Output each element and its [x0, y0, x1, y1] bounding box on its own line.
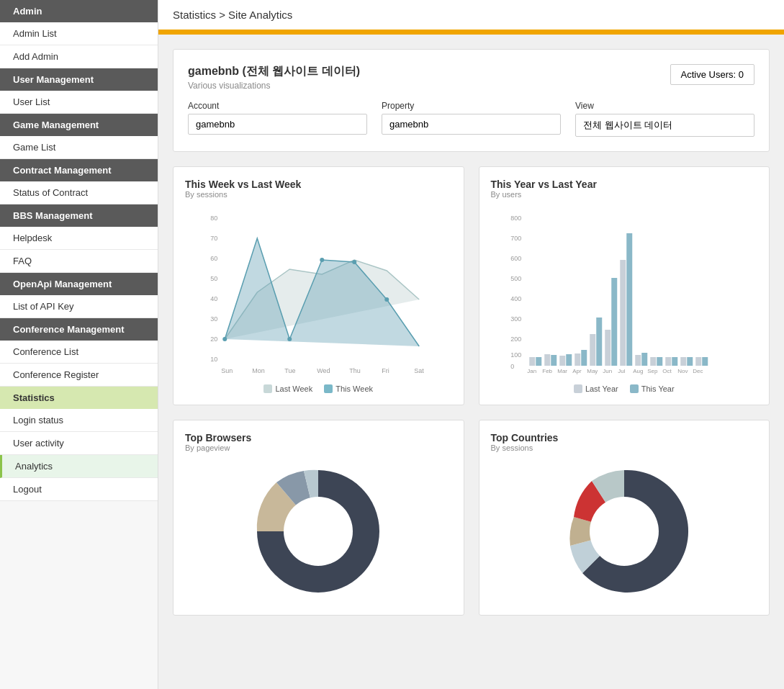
- view-input[interactable]: 전체 웹사이트 데이터: [575, 114, 754, 137]
- donut-charts-row: Top Browsers By pageview: [173, 420, 770, 616]
- svg-text:20: 20: [210, 336, 217, 343]
- account-field-group: Account gamebnb: [188, 101, 367, 137]
- property-input[interactable]: gamebnb: [382, 114, 561, 135]
- svg-text:Mon: Mon: [252, 367, 265, 374]
- svg-rect-45: [566, 354, 572, 366]
- svg-text:700: 700: [510, 235, 521, 242]
- svg-rect-51: [657, 357, 662, 366]
- account-label: Account: [188, 101, 367, 111]
- svg-text:Jul: Jul: [618, 368, 625, 374]
- svg-text:Oct: Oct: [662, 368, 672, 374]
- svg-text:100: 100: [510, 351, 521, 359]
- yearly-chart-legend: Last Year This Year: [491, 384, 758, 393]
- svg-rect-42: [695, 357, 701, 366]
- sidebar-item-conference-register[interactable]: Conference Register: [0, 364, 158, 387]
- sidebar-item-login-status[interactable]: Login status: [0, 409, 158, 432]
- top-countries-title: Top Countries: [491, 432, 758, 443]
- sidebar-header-user-management: User Management: [0, 68, 158, 91]
- page-breadcrumb: Statistics > Site Analytics: [158, 0, 784, 32]
- top-browsers-title: Top Browsers: [185, 432, 452, 443]
- top-browsers-subtitle: By pageview: [185, 443, 452, 452]
- sidebar-item-faq[interactable]: FAQ: [0, 250, 158, 273]
- svg-text:Jan: Jan: [527, 368, 536, 374]
- svg-rect-40: [665, 357, 671, 366]
- top-countries-box: Top Countries By sessions: [479, 420, 770, 616]
- sidebar-item-game-list[interactable]: Game List: [0, 136, 158, 159]
- svg-point-67: [284, 497, 353, 566]
- yearly-chart-svg: 800 700 600 500 400 300 200 100 0: [491, 206, 758, 379]
- svg-text:30: 30: [210, 315, 217, 323]
- sidebar-header-conference-management: Conference Management: [0, 318, 158, 341]
- sidebar-item-user-activity[interactable]: User activity: [0, 432, 158, 455]
- sidebar-header-bbs-management: BBS Management: [0, 204, 158, 227]
- svg-text:Fri: Fri: [382, 367, 389, 374]
- svg-rect-46: [581, 350, 587, 366]
- svg-rect-31: [529, 357, 535, 366]
- svg-rect-47: [596, 318, 602, 366]
- svg-text:Thu: Thu: [349, 367, 361, 374]
- svg-text:Mar: Mar: [557, 368, 567, 374]
- sidebar-header-admin: Admin: [0, 0, 158, 22]
- svg-rect-36: [605, 330, 610, 366]
- sidebar-item-admin-list[interactable]: Admin List: [0, 22, 158, 45]
- svg-text:Aug: Aug: [633, 368, 643, 374]
- svg-point-13: [352, 260, 356, 264]
- yearly-chart-subtitle: By users: [491, 190, 758, 199]
- svg-rect-54: [702, 357, 708, 366]
- sidebar-item-conference-list[interactable]: Conference List: [0, 341, 158, 364]
- svg-text:500: 500: [510, 275, 521, 282]
- card-title: gamebnb (전체 웹사이트 데이터): [188, 64, 754, 79]
- svg-rect-50: [641, 353, 647, 366]
- svg-text:May: May: [587, 368, 598, 374]
- svg-text:80: 80: [210, 215, 217, 222]
- svg-text:0: 0: [510, 363, 514, 370]
- svg-text:Nov: Nov: [677, 368, 688, 374]
- legend-this-week: This Week: [335, 384, 373, 393]
- legend-last-week: Last Week: [275, 384, 312, 393]
- sidebar: Admin Admin List Add Admin User Manageme…: [0, 0, 158, 689]
- main-content: Statistics > Site Analytics Active Users…: [158, 0, 784, 689]
- yearly-chart-box: This Year vs Last Year By users 800 700 …: [479, 166, 770, 405]
- svg-text:Sun: Sun: [221, 367, 233, 374]
- svg-rect-33: [559, 356, 565, 366]
- svg-text:Apr: Apr: [572, 368, 582, 374]
- sidebar-item-analytics[interactable]: Analytics: [0, 455, 158, 478]
- svg-text:Sat: Sat: [414, 367, 424, 374]
- sidebar-item-add-admin[interactable]: Add Admin: [0, 45, 158, 68]
- sidebar-item-logout[interactable]: Logout: [0, 478, 158, 501]
- card-subtitle: Various visualizations: [188, 81, 754, 91]
- svg-rect-39: [650, 357, 656, 366]
- sidebar-item-status-of-contract[interactable]: Status of Contract: [0, 181, 158, 204]
- svg-text:50: 50: [210, 275, 217, 282]
- svg-rect-37: [620, 260, 626, 366]
- svg-rect-52: [672, 357, 677, 366]
- svg-rect-49: [626, 233, 632, 366]
- sidebar-header-statistics: Statistics: [0, 387, 158, 409]
- sidebar-item-helpdesk[interactable]: Helpdesk: [0, 227, 158, 250]
- svg-rect-41: [680, 357, 686, 366]
- top-countries-subtitle: By sessions: [491, 443, 758, 452]
- svg-point-11: [287, 337, 292, 341]
- svg-point-10: [222, 337, 227, 341]
- active-users-button[interactable]: Active Users: 0: [670, 64, 754, 85]
- top-browsers-donut: [246, 459, 390, 603]
- charts-row-1: This Week vs Last Week By sessions 80 70…: [173, 166, 770, 405]
- svg-text:300: 300: [510, 315, 521, 323]
- account-input[interactable]: gamebnb: [188, 114, 367, 135]
- sidebar-header-contract-management: Contract Management: [0, 159, 158, 181]
- svg-rect-53: [687, 357, 693, 366]
- svg-rect-35: [590, 334, 595, 366]
- sidebar-item-list-of-api-key[interactable]: List of API Key: [0, 295, 158, 318]
- property-field-group: Property gamebnb: [382, 101, 561, 137]
- weekly-chart-title: This Week vs Last Week: [185, 179, 452, 190]
- top-browsers-box: Top Browsers By pageview: [173, 420, 464, 616]
- svg-text:400: 400: [510, 295, 521, 302]
- top-countries-donut: [552, 459, 696, 603]
- sidebar-item-user-list[interactable]: User List: [0, 91, 158, 114]
- view-label: View: [575, 101, 754, 111]
- svg-point-12: [320, 258, 324, 262]
- svg-rect-38: [635, 355, 641, 366]
- svg-point-68: [590, 497, 659, 566]
- svg-point-14: [384, 297, 389, 302]
- svg-text:Tue: Tue: [284, 367, 295, 374]
